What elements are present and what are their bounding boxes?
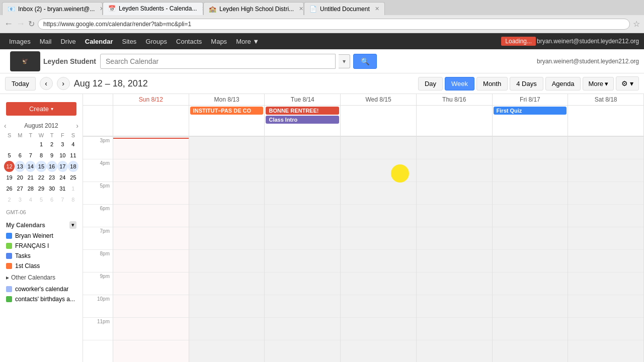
mini-cal-date[interactable]: 21: [25, 172, 36, 183]
mini-cal-date[interactable]: 18: [68, 161, 78, 172]
event-first-quiz[interactable]: First Quiz: [494, 107, 567, 115]
mini-cal-date-other[interactable]: 6: [47, 194, 57, 205]
day-header-thu[interactable]: Thu 8/16: [417, 94, 493, 105]
day-header-sun[interactable]: Sun 8/12: [113, 94, 189, 105]
mini-cal-date-other[interactable]: 5: [36, 194, 46, 205]
allday-thu[interactable]: [417, 106, 493, 136]
calendar-item-tasks[interactable]: Tasks: [0, 251, 83, 261]
today-button[interactable]: Today: [5, 77, 36, 90]
mini-cal-date[interactable]: 4: [68, 139, 78, 150]
allday-mon[interactable]: INSTITUT–PAS DE CO: [189, 106, 265, 136]
calendar-item-francais[interactable]: FRANÇAIS I: [0, 241, 83, 251]
day-col-thu[interactable]: [417, 137, 493, 362]
mini-cal-date[interactable]: 16: [47, 161, 57, 172]
nav-mail[interactable]: Mail: [36, 36, 56, 47]
mini-cal-date[interactable]: [4, 139, 15, 150]
day-col-sun[interactable]: [113, 137, 189, 362]
day-col-mon[interactable]: [189, 137, 265, 362]
other-calendars-toggle[interactable]: ▸ Other Calendars: [0, 271, 83, 284]
calendar-scrollable[interactable]: 3pm 4pm 5pm 6pm 7pm 8pm 9pm 10pm 11pm: [83, 137, 644, 362]
mini-cal-date[interactable]: 23: [47, 172, 57, 183]
allday-fri[interactable]: First Quiz: [493, 106, 569, 136]
four-days-view-button[interactable]: 4 Days: [510, 77, 543, 90]
mini-cal-date[interactable]: [15, 139, 25, 150]
mini-cal-date-other[interactable]: 3: [15, 194, 25, 205]
prev-button[interactable]: ‹: [40, 77, 53, 90]
tab-doc[interactable]: 📄 Untitled Document ✕: [304, 2, 385, 15]
week-view-button[interactable]: Week: [445, 77, 474, 90]
mini-cal-date-other[interactable]: 2: [4, 194, 15, 205]
view-more-button[interactable]: More ▾: [583, 77, 614, 90]
mini-cal-date[interactable]: 9: [47, 150, 57, 161]
mini-cal-date[interactable]: 29: [36, 183, 46, 194]
mini-cal-next[interactable]: ›: [76, 122, 78, 130]
nav-maps[interactable]: Maps: [207, 36, 231, 47]
day-col-sat[interactable]: [568, 137, 644, 362]
mini-cal-date[interactable]: [25, 139, 36, 150]
mini-cal-date[interactable]: 22: [36, 172, 46, 183]
next-button[interactable]: ›: [57, 77, 70, 90]
calendar-item-firstclass[interactable]: 1st Class: [0, 261, 83, 271]
nav-contacts[interactable]: Contacts: [172, 36, 206, 47]
nav-calendar[interactable]: Calendar: [81, 36, 117, 47]
event-bonne-rentree[interactable]: BONNE RENTREE!: [266, 107, 339, 115]
mini-cal-date[interactable]: 6: [15, 150, 25, 161]
mini-cal-date-other[interactable]: 1: [68, 183, 78, 194]
calendar-item-bryan[interactable]: Bryan Weinert: [0, 231, 83, 241]
mini-cal-date[interactable]: 13: [15, 161, 25, 172]
tab-inbox[interactable]: 📧 Inbox (2) - bryan.weinert@... ✕: [2, 2, 103, 15]
star-icon[interactable]: ☆: [633, 19, 640, 29]
day-header-wed[interactable]: Wed 8/15: [341, 94, 417, 105]
day-col-fri[interactable]: [493, 137, 569, 362]
tab-calendar-close[interactable]: ✕: [202, 6, 203, 12]
mini-cal-date[interactable]: 1: [36, 139, 46, 150]
tab-highschool[interactable]: 🏫 Leyden High School Distri... ✕: [203, 2, 304, 15]
settings-button[interactable]: ⚙ ▾: [616, 76, 639, 90]
mini-cal-date-other[interactable]: 8: [68, 194, 78, 205]
mini-cal-date-other[interactable]: 4: [25, 194, 36, 205]
mini-cal-date[interactable]: 8: [36, 150, 46, 161]
mini-cal-date[interactable]: 25: [68, 172, 78, 183]
back-icon[interactable]: ←: [4, 19, 13, 29]
mini-cal-date[interactable]: 2: [47, 139, 57, 150]
mini-cal-date[interactable]: 30: [47, 183, 57, 194]
search-input[interactable]: [100, 54, 336, 69]
event-class-intro[interactable]: Class Intro: [266, 116, 339, 124]
tab-doc-close[interactable]: ✕: [375, 6, 379, 12]
mini-cal-date[interactable]: 3: [57, 139, 68, 150]
mini-cal-date[interactable]: 19: [4, 172, 15, 183]
url-input[interactable]: [38, 19, 630, 30]
search-dropdown-button[interactable]: ▾: [339, 54, 350, 68]
nav-more-button[interactable]: More ▼: [232, 36, 263, 47]
reload-icon[interactable]: ↻: [28, 19, 35, 29]
event-institut[interactable]: INSTITUT–PAS DE CO: [190, 107, 264, 115]
calendar-item-birthdays[interactable]: contacts' birthdays a...: [0, 294, 83, 304]
mini-cal-date[interactable]: 11: [68, 150, 78, 161]
calendar-item-coworker[interactable]: coworker's calendar: [0, 284, 83, 294]
mini-cal-date[interactable]: 24: [57, 172, 68, 183]
mini-cal-date[interactable]: 27: [15, 183, 25, 194]
mini-cal-date[interactable]: 7: [25, 150, 36, 161]
tab-calendar[interactable]: 📅 Leyden Students - Calenda... ✕: [103, 2, 203, 15]
nav-drive[interactable]: Drive: [56, 36, 79, 47]
allday-tue[interactable]: BONNE RENTREE! Class Intro: [265, 106, 341, 136]
my-calendars-toggle[interactable]: ▾: [69, 221, 76, 229]
mini-cal-date[interactable]: 14: [25, 161, 36, 172]
forward-icon[interactable]: →: [16, 19, 25, 29]
day-col-tue[interactable]: [265, 137, 341, 362]
nav-images[interactable]: Images: [5, 36, 35, 47]
mini-cal-date[interactable]: 31: [57, 183, 68, 194]
day-header-sat[interactable]: Sat 8/18: [568, 94, 644, 105]
tab-highschool-close[interactable]: ✕: [299, 6, 303, 12]
create-event-button[interactable]: Create ▾: [6, 102, 76, 116]
mini-cal-date[interactable]: 17: [57, 161, 68, 172]
nav-groups[interactable]: Groups: [141, 36, 171, 47]
agenda-view-button[interactable]: Agenda: [545, 77, 581, 90]
mini-cal-today[interactable]: 12: [4, 161, 15, 172]
nav-sites[interactable]: Sites: [118, 36, 140, 47]
mini-cal-date[interactable]: 5: [4, 150, 15, 161]
mini-cal-date[interactable]: 28: [25, 183, 36, 194]
mini-cal-date[interactable]: 10: [57, 150, 68, 161]
mini-cal-date-other[interactable]: 7: [57, 194, 68, 205]
day-header-tue[interactable]: Tue 8/14: [265, 94, 341, 105]
